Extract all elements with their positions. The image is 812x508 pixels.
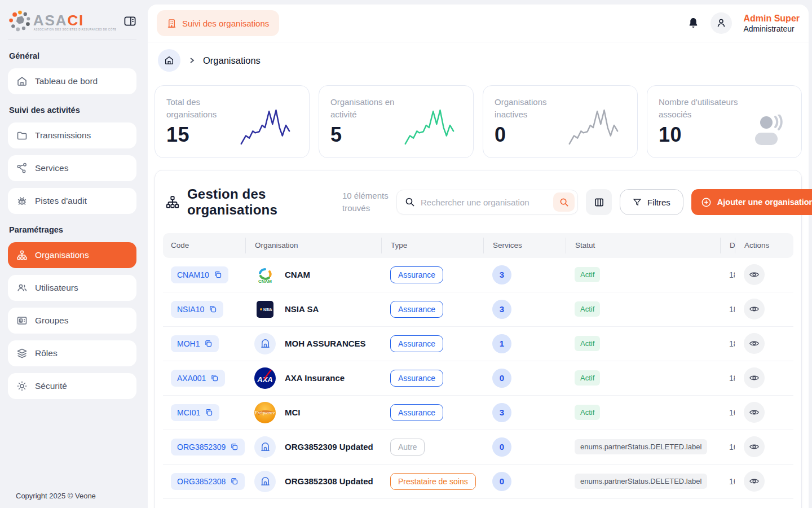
eye-icon [749, 407, 760, 418]
table-row-moh1[interactable]: MOH1 MOH ASSURANCES Assurance 1 Actif 18 [163, 327, 793, 361]
bug-icon [16, 195, 28, 207]
search-input[interactable] [421, 198, 548, 207]
type-cell: Assurance [381, 370, 483, 387]
organisation-cell: NSIA NSIA SA [245, 299, 381, 320]
table-row-axa001[interactable]: AXA001 AXA AXA Insurance Assurance 0 Act… [163, 361, 793, 396]
date-value: 18 [729, 305, 735, 314]
type-cell: Assurance [381, 301, 483, 318]
table-row-nsia10[interactable]: NSIA10 NSIA NSIA SA Assurance 3 Actif 18 [163, 292, 793, 327]
sidebar-item-utilisateurs[interactable]: Utilisateurs [8, 275, 136, 301]
code-copy-chip[interactable]: AXA001 [171, 370, 225, 387]
view-details-button[interactable] [744, 471, 765, 492]
stat-card-label: Organisations en activité [330, 96, 412, 121]
code-value: ORG3852309 [177, 443, 226, 452]
organisation-name: CNAM [285, 270, 310, 279]
sidebar-item-organisations[interactable]: Organisations [8, 242, 136, 268]
columns-toggle-button[interactable] [586, 189, 612, 215]
type-badge: Assurance [390, 404, 443, 421]
sitemap-icon [16, 249, 28, 261]
code-value: MCI01 [177, 408, 200, 417]
filters-button[interactable]: Filtres [620, 189, 683, 215]
context-tab-suivi-des-organisations[interactable]: Suivi des organisations [157, 10, 279, 36]
chevron-right-icon [188, 56, 195, 64]
code-cell: AXA001 [163, 370, 245, 387]
table-row-cnam10[interactable]: CNAM10 CNAM CNAM Assurance 3 Actif 18 [163, 258, 793, 292]
sidebar-item-tableau-de-bord[interactable]: Tableau de bord [8, 68, 136, 94]
code-value: MOH1 [177, 339, 200, 348]
table-row-org3852309[interactable]: ORG3852309 ORG3852309 Updated Autre 0 en… [163, 430, 793, 465]
code-cell: ORG3852309 [163, 439, 245, 456]
actions-cell [735, 436, 793, 457]
code-copy-chip[interactable]: MCI01 [171, 404, 219, 421]
view-details-button[interactable] [744, 436, 765, 457]
code-copy-chip[interactable]: ORG3852308 [171, 473, 245, 490]
user-speaking-icon [749, 115, 787, 146]
sidebar-item-label: Organisations [35, 250, 89, 260]
table-row-org3852308[interactable]: ORG3852308 ORG3852308 Updated Prestatair… [163, 465, 793, 499]
search-submit-button[interactable] [553, 192, 575, 212]
breadcrumb-home-button[interactable] [158, 49, 180, 72]
column-header-actions: Actions [735, 238, 793, 253]
sidebar-item-services[interactable]: Services [8, 155, 136, 181]
eye-icon [749, 338, 760, 349]
type-cell: Assurance [381, 266, 483, 283]
services-count-badge: 3 [492, 403, 511, 422]
status-cell: Actif [566, 267, 720, 282]
services-count-badge: 0 [492, 437, 511, 457]
status-badge: Actif [575, 301, 600, 317]
content-surface: Suivi des organisations Admin Super [148, 5, 809, 508]
code-copy-chip[interactable]: NSIA10 [171, 301, 223, 318]
code-cell: CNAM10 [163, 266, 245, 283]
column-header-date: Date [720, 238, 735, 253]
notifications-bell-icon[interactable] [687, 17, 699, 29]
services-cell: 1 [483, 334, 566, 353]
view-details-button[interactable] [744, 333, 765, 354]
stat-card-label: Nombre d'utilisateurs associés [659, 96, 740, 121]
services-cell: 3 [483, 300, 566, 319]
view-details-button[interactable] [744, 299, 765, 319]
sparkline-chart [402, 106, 458, 146]
user-name: Admin Super [743, 13, 800, 25]
table-row-mci01[interactable]: MCI01 Fréquence MCI Assurance 3 Actif 16 [163, 396, 793, 430]
services-cell: 3 [483, 265, 566, 284]
sidebar-item-label: Services [35, 163, 68, 173]
code-copy-chip[interactable]: MOH1 [171, 335, 219, 352]
code-copy-chip[interactable]: ORG3852309 [171, 439, 245, 456]
date-value: 18 [729, 270, 735, 279]
user-avatar[interactable] [710, 12, 732, 34]
share-icon [16, 163, 28, 174]
status-badge: Actif [575, 267, 600, 282]
plus-circle-icon [701, 197, 712, 208]
sidebar-item-groupes[interactable]: Groupes [8, 308, 136, 334]
view-details-button[interactable] [744, 367, 765, 388]
status-badge: Actif [575, 405, 600, 420]
date-cell: 16 [720, 408, 735, 418]
sidebar-item-roles[interactable]: Rôles [8, 340, 136, 366]
services-count-badge: 1 [492, 334, 511, 353]
group-folder-icon [16, 315, 28, 326]
sidebar-item-pistes-d-audit[interactable]: Pistes d'audit [8, 188, 136, 214]
sidebar-item-securite[interactable]: Sécurité [8, 373, 136, 399]
stat-card-total-des-organisations: Total des organisations15 [155, 85, 310, 158]
organisation-name: ORG3852308 Updated [285, 476, 373, 486]
breadcrumb-current: Organisations [203, 55, 261, 66]
actions-cell [735, 299, 793, 319]
type-badge: Prestataire de soins [390, 473, 476, 490]
svg-text:CNAM: CNAM [258, 279, 272, 284]
column-header-services: Services [483, 238, 566, 253]
page-title: Gestion des organisations [187, 186, 308, 218]
code-value: NSIA10 [177, 305, 204, 314]
code-copy-chip[interactable]: CNAM10 [171, 266, 228, 283]
layers-icon [16, 348, 28, 359]
eye-icon [749, 476, 760, 487]
organisation-name: AXA Insurance [285, 373, 345, 383]
users-icon [16, 282, 28, 294]
stat-cards: Total des organisations15Organisations e… [155, 85, 802, 158]
view-details-button[interactable] [744, 264, 765, 285]
sidebar-collapse-icon[interactable] [123, 15, 136, 28]
view-details-button[interactable] [744, 402, 765, 423]
add-organisation-button[interactable]: Ajouter une organisation [691, 189, 812, 215]
type-cell: Autre [381, 439, 483, 456]
type-badge: Assurance [390, 301, 443, 318]
sidebar-item-transmissions[interactable]: Transmissions [8, 122, 136, 148]
